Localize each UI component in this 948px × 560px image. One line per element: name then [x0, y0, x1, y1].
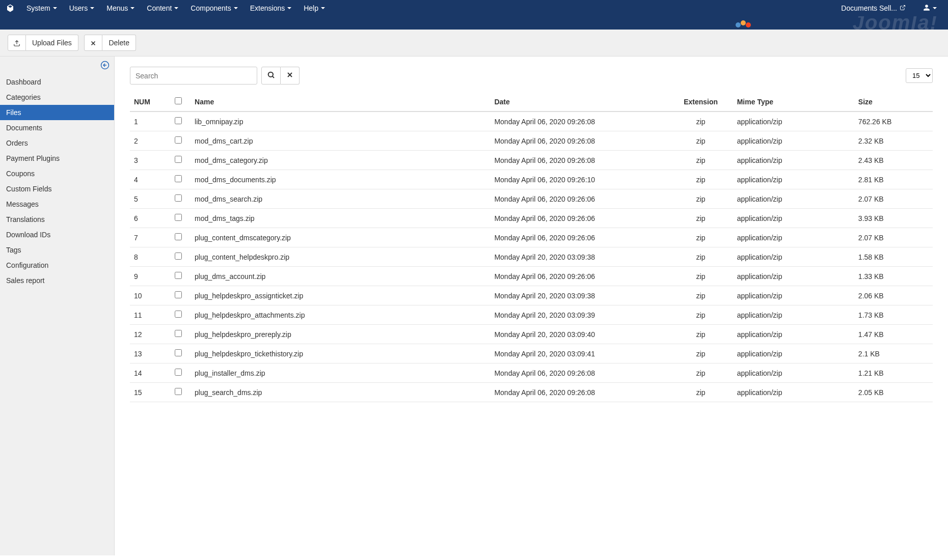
- cell-name[interactable]: plug_helpdeskpro_attachments.zip: [191, 305, 490, 325]
- row-checkbox[interactable]: [175, 214, 182, 221]
- cell-checkbox: [166, 305, 191, 325]
- cell-name[interactable]: plug_content_dmscategory.zip: [191, 228, 490, 247]
- sidebar-item-label: Messages: [6, 200, 39, 208]
- cell-name[interactable]: mod_dms_cart.zip: [191, 131, 490, 151]
- nav-item[interactable]: Help: [297, 0, 331, 16]
- table-row: 2mod_dms_cart.zipMonday April 06, 2020 0…: [130, 131, 933, 151]
- upload-icon-button[interactable]: [8, 35, 26, 51]
- nav-item[interactable]: Menus: [100, 0, 141, 16]
- search-clear-button[interactable]: [281, 67, 300, 85]
- cell-name[interactable]: plug_installer_dms.zip: [191, 363, 490, 383]
- top-navbar: SystemUsersMenusContentComponentsExtensi…: [0, 0, 948, 16]
- row-checkbox[interactable]: [175, 311, 182, 318]
- limit-select[interactable]: 15: [906, 68, 933, 83]
- site-frontend-link[interactable]: Documents Sell...: [835, 0, 912, 16]
- sidebar-item[interactable]: Coupons: [0, 166, 114, 181]
- row-checkbox[interactable]: [175, 156, 182, 163]
- search-submit-button[interactable]: [261, 67, 281, 85]
- col-header-extension[interactable]: Extension: [669, 92, 733, 111]
- filter-row: 15: [130, 67, 933, 85]
- cell-num: 5: [130, 189, 166, 209]
- delete-button[interactable]: Delete: [102, 35, 136, 51]
- cell-checkbox: [166, 170, 191, 189]
- row-checkbox[interactable]: [175, 253, 182, 260]
- row-checkbox[interactable]: [175, 194, 182, 202]
- sidebar-item[interactable]: Categories: [0, 90, 114, 105]
- sidebar-item[interactable]: Tags: [0, 242, 114, 258]
- sidebar-collapse-button[interactable]: [100, 61, 110, 71]
- cell-name[interactable]: plug_search_dms.zip: [191, 383, 490, 402]
- joomla-brand-text: Joomla!: [853, 16, 938, 30]
- caret-down-icon: [321, 7, 325, 9]
- sidebar-item[interactable]: Custom Fields: [0, 181, 114, 197]
- cell-extension: zip: [669, 305, 733, 325]
- row-checkbox[interactable]: [175, 330, 182, 337]
- check-all-checkbox[interactable]: [175, 97, 182, 104]
- cell-size: 2.1 KB: [854, 344, 933, 363]
- sidebar-item[interactable]: Documents: [0, 120, 114, 135]
- row-checkbox[interactable]: [175, 291, 182, 298]
- sidebar-item-label: Documents: [6, 124, 42, 132]
- sidebar-item[interactable]: Dashboard: [0, 74, 114, 90]
- table-row: 14plug_installer_dms.zipMonday April 06,…: [130, 363, 933, 383]
- cell-name[interactable]: plug_helpdeskpro_tickethistory.zip: [191, 344, 490, 363]
- row-checkbox[interactable]: [175, 349, 182, 356]
- delete-icon-button[interactable]: [84, 35, 102, 51]
- table-row: 11plug_helpdeskpro_attachments.zipMonday…: [130, 305, 933, 325]
- row-checkbox[interactable]: [175, 117, 182, 124]
- table-row: 5mod_dms_search.zipMonday April 06, 2020…: [130, 189, 933, 209]
- table-row: 7plug_content_dmscategory.zipMonday Apri…: [130, 228, 933, 247]
- user-menu[interactable]: [917, 0, 943, 16]
- joomla-logo-icon[interactable]: [5, 3, 15, 13]
- sidebar-item[interactable]: Payment Plugins: [0, 151, 114, 166]
- nav-item[interactable]: System: [20, 0, 63, 16]
- cell-name[interactable]: plug_helpdeskpro_assignticket.zip: [191, 286, 490, 305]
- cell-name[interactable]: mod_dms_category.zip: [191, 151, 490, 170]
- search-group: [130, 67, 300, 85]
- sidebar-item-label: Configuration: [6, 261, 48, 269]
- cell-name[interactable]: mod_dms_tags.zip: [191, 209, 490, 228]
- row-checkbox[interactable]: [175, 175, 182, 182]
- nav-item[interactable]: Users: [63, 0, 101, 16]
- table-header-row: NUM Name Date Extension Mime Type Size: [130, 92, 933, 111]
- row-checkbox[interactable]: [175, 233, 182, 240]
- sidebar-item[interactable]: Files: [0, 105, 114, 120]
- row-checkbox[interactable]: [175, 369, 182, 376]
- delete-icon: [90, 39, 97, 47]
- cell-name[interactable]: plug_dms_account.zip: [191, 267, 490, 286]
- cell-name[interactable]: plug_content_helpdeskpro.zip: [191, 247, 490, 267]
- cell-checkbox: [166, 325, 191, 344]
- cell-checkbox: [166, 111, 191, 131]
- sidebar: DashboardCategoriesFilesDocumentsOrdersP…: [0, 57, 115, 555]
- cell-extension: zip: [669, 111, 733, 131]
- nav-item[interactable]: Extensions: [244, 0, 297, 16]
- sidebar-item[interactable]: Sales report: [0, 273, 114, 288]
- col-header-date[interactable]: Date: [490, 92, 668, 111]
- cell-checkbox: [166, 344, 191, 363]
- sidebar-item[interactable]: Download IDs: [0, 227, 114, 242]
- table-row: 4mod_dms_documents.zipMonday April 06, 2…: [130, 170, 933, 189]
- cell-name[interactable]: mod_dms_documents.zip: [191, 170, 490, 189]
- col-header-num[interactable]: NUM: [130, 92, 166, 111]
- row-checkbox[interactable]: [175, 388, 182, 395]
- upload-files-button[interactable]: Upload Files: [26, 35, 78, 51]
- nav-item[interactable]: Content: [141, 0, 184, 16]
- cell-size: 2.06 KB: [854, 286, 933, 305]
- cell-date: Monday April 06, 2020 09:26:10: [490, 170, 668, 189]
- col-header-size[interactable]: Size: [854, 92, 933, 111]
- search-input[interactable]: [130, 67, 257, 85]
- sidebar-item[interactable]: Translations: [0, 212, 114, 227]
- sidebar-item[interactable]: Configuration: [0, 258, 114, 273]
- row-checkbox[interactable]: [175, 272, 182, 279]
- table-row: 12plug_helpdeskpro_prereply.zipMonday Ap…: [130, 325, 933, 344]
- sidebar-item[interactable]: Messages: [0, 197, 114, 212]
- cell-name[interactable]: plug_helpdeskpro_prereply.zip: [191, 325, 490, 344]
- nav-item[interactable]: Components: [184, 0, 243, 16]
- cell-name[interactable]: lib_omnipay.zip: [191, 111, 490, 131]
- col-header-name[interactable]: Name: [191, 92, 490, 111]
- row-checkbox[interactable]: [175, 136, 182, 144]
- cell-name[interactable]: mod_dms_search.zip: [191, 189, 490, 209]
- col-header-mime[interactable]: Mime Type: [733, 92, 854, 111]
- cell-extension: zip: [669, 247, 733, 267]
- sidebar-item[interactable]: Orders: [0, 135, 114, 151]
